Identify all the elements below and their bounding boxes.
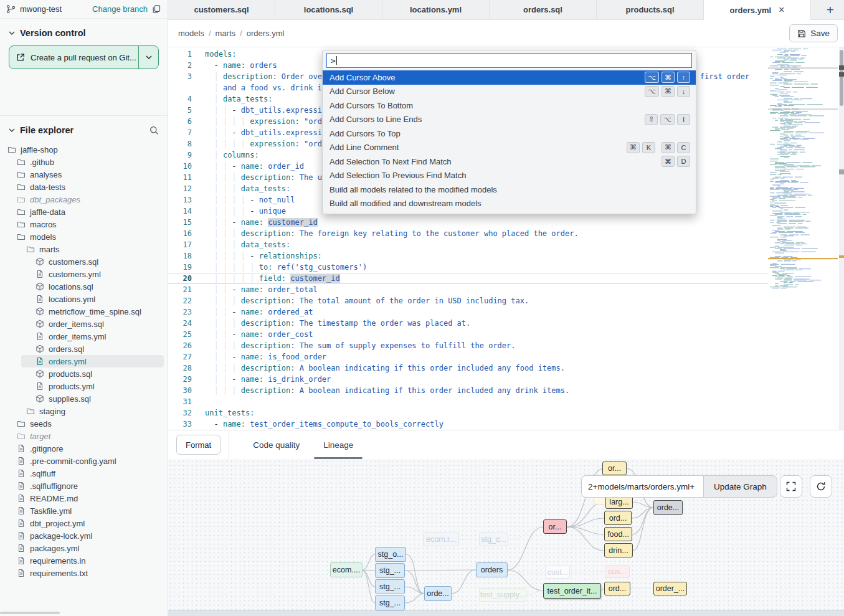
tree-item-products.sql[interactable]: products.sql: [4, 367, 164, 380]
code-line[interactable]: 26 │ │ │ description: The sum of supply …: [168, 340, 768, 351]
tree-item-order-items.yml[interactable]: order_items.yml: [4, 330, 164, 343]
lineage-node-ecomr[interactable]: ecom.r...: [423, 533, 459, 546]
tree-item-data-tests[interactable]: data-tests: [4, 181, 164, 193]
tree-item-models[interactable]: models: [4, 230, 164, 243]
fullscreen-button[interactable]: [780, 475, 802, 498]
command-item[interactable]: Add Cursors To Bottom: [323, 98, 696, 113]
tree-item-dbt-packages[interactable]: dbt_packages: [4, 193, 164, 206]
lineage-node-ord[interactable]: ord...: [604, 511, 632, 525]
tab-orders.yml[interactable]: orders.yml×: [704, 0, 811, 20]
tree-item-jaffle-shop[interactable]: jaffle-shop: [4, 143, 164, 156]
tree-item-Taskfile.yml[interactable]: Taskfile.yml: [4, 505, 164, 517]
version-control-header[interactable]: Version control: [0, 19, 168, 44]
tab-customers.sql[interactable]: customers.sql: [168, 0, 275, 19]
code-line-current[interactable]: 20 │ │ │ │ │ field: customer_id: [168, 273, 768, 284]
tree-item-macros[interactable]: macros: [4, 218, 164, 230]
tree-item-.gitignore[interactable]: .gitignore: [4, 442, 164, 455]
lineage-node-stg_o[interactable]: stg_o...: [375, 547, 406, 562]
file-explorer-header[interactable]: File explorer: [0, 116, 168, 141]
lineage-node-or[interactable]: or...: [543, 519, 567, 534]
lineage-node-stg_c[interactable]: stg_c...: [479, 533, 508, 546]
code-line[interactable]: 27 │ │ - name: is_food_order: [168, 351, 768, 362]
lineage-node-orde[interactable]: orde...: [653, 500, 683, 515]
code-line[interactable]: 25 │ │ - name: order_cost: [168, 329, 768, 340]
lineage-node-stg_[interactable]: stg_...: [375, 595, 405, 610]
command-item[interactable]: Add Cursors to Line Ends⇧⌥I: [323, 113, 696, 127]
bottom-tab-code-quality[interactable]: Code quality: [253, 430, 300, 459]
breadcrumb-part[interactable]: orders.yml: [247, 29, 285, 38]
lineage-node-drin[interactable]: drin...: [604, 543, 633, 557]
format-button[interactable]: Format: [176, 435, 220, 455]
code-line[interactable]: 31: [168, 396, 768, 407]
lineage-node-stg_[interactable]: stg_...: [375, 579, 405, 594]
code-line[interactable]: 16 │ │ │ description: The foreign key re…: [168, 228, 768, 239]
tree-item-products.yml[interactable]: products.yml: [4, 380, 164, 392]
code-line[interactable]: 18 │ │ │ │ - relationships:: [168, 250, 768, 262]
tree-item-customers.yml[interactable]: customers.yml: [4, 268, 164, 280]
sidebar-hscrollbar[interactable]: [0, 612, 60, 614]
tree-item-supplies.sql[interactable]: supplies.sql: [4, 392, 164, 405]
update-graph-button[interactable]: Update Graph: [703, 475, 777, 498]
tab-locations.sql[interactable]: locations.sql: [275, 0, 382, 19]
tree-item-README.md[interactable]: README.md: [4, 492, 164, 505]
lineage-node-ecom[interactable]: ecom....: [330, 562, 363, 577]
close-icon[interactable]: ×: [779, 5, 784, 15]
code-line[interactable]: 30 │ │ │ description: A boolean indicati…: [168, 385, 768, 396]
tree-item-locations.yml[interactable]: locations.yml: [4, 293, 164, 305]
tree-item-order-items.sql[interactable]: order_items.sql: [4, 318, 164, 330]
tree-item-.sqlfluffignore[interactable]: .sqlfluffignore: [4, 480, 164, 492]
minimap[interactable]: [768, 49, 838, 298]
code-line[interactable]: 23 │ │ - name: ordered_at: [168, 306, 768, 318]
lineage-node-orders[interactable]: orders: [476, 562, 508, 577]
tree-item-customers.sql[interactable]: customers.sql: [4, 255, 164, 268]
breadcrumb-part[interactable]: marts: [216, 29, 236, 38]
tree-item-.sqlfluff[interactable]: .sqlfluff: [4, 467, 164, 480]
code-line[interactable]: 29 │ │ - name: is_drink_order: [168, 374, 768, 385]
copy-icon[interactable]: [152, 4, 161, 14]
command-item[interactable]: Add Cursor Above⌥⌘↑: [323, 70, 696, 85]
lineage-node-cust[interactable]: cust...: [546, 566, 570, 579]
tree-item-dbt-project.yml[interactable]: dbt_project.yml: [4, 517, 164, 529]
tree-item-marts[interactable]: marts: [4, 243, 164, 255]
command-item[interactable]: Add Cursor Below⌥⌘↓: [323, 85, 696, 99]
code-line[interactable]: 19 │ │ │ │ │ to: ref('stg_customers'): [168, 262, 768, 273]
command-item[interactable]: Add Selection To Previous Find Match: [323, 169, 696, 183]
tree-item-packages.yml[interactable]: packages.yml: [4, 542, 164, 554]
code-line[interactable]: 24 │ │ │ description: The timestamp the …: [168, 318, 768, 329]
tree-item-requirements.in[interactable]: requirements.in: [4, 554, 164, 567]
command-item[interactable]: Add Selection To Next Find Match⌘D: [323, 154, 696, 169]
tree-item-.github[interactable]: .github: [4, 156, 164, 168]
tree-item-orders.yml[interactable]: orders.yml: [21, 355, 164, 367]
command-item[interactable]: Build all modified and downstream models: [323, 197, 696, 211]
change-branch-link[interactable]: Change branch: [92, 4, 148, 14]
editor-scrollbar[interactable]: [839, 47, 844, 430]
command-item[interactable]: Add Cursors To Top: [323, 126, 696, 141]
lineage-node-order_[interactable]: order_...: [653, 582, 687, 595]
tree-item-orders.sql[interactable]: orders.sql: [4, 343, 164, 355]
tree-item-package-lock.yml[interactable]: package-lock.yml: [4, 529, 164, 542]
new-tab-button[interactable]: +: [817, 0, 844, 19]
code-line[interactable]: 17 │ │ │ data_tests:: [168, 239, 768, 250]
tab-locations.yml[interactable]: locations.yml: [382, 0, 490, 19]
refresh-button[interactable]: [810, 475, 832, 498]
command-item[interactable]: Add Line Comment⌘K⌘C: [323, 141, 696, 155]
code-line[interactable]: 22 │ │ │ description: The total amount o…: [168, 295, 768, 306]
tree-item-staging[interactable]: staging: [4, 405, 164, 417]
code-line[interactable]: 33 - name: test_order_items_compute_to_b…: [168, 419, 768, 430]
lineage-node-test_supply[interactable]: test_supply...: [479, 588, 526, 602]
lineage-selector-input[interactable]: [581, 475, 703, 498]
tree-item-metricflow-time-spine.sql[interactable]: metricflow_time_spine.sql: [4, 305, 164, 318]
command-item[interactable]: Build all models related to the modified…: [323, 182, 696, 197]
bottom-tab-lineage[interactable]: Lineage: [323, 430, 353, 459]
code-line[interactable]: 21 │ │ - name: order_total: [168, 284, 768, 295]
tree-item-jaffle-data[interactable]: jaffle-data: [4, 206, 164, 218]
tab-orders.sql[interactable]: orders.sql: [490, 0, 597, 19]
lineage-node-food[interactable]: food...: [604, 527, 632, 541]
lineage-node-cus[interactable]: cus...: [605, 565, 630, 578]
lineage-node-or[interactable]: or...: [602, 462, 627, 475]
lineage-node-orde[interactable]: orde...: [424, 586, 452, 601]
search-icon[interactable]: [149, 126, 159, 135]
lineage-node-test_order_it[interactable]: test_order_it...: [543, 583, 601, 599]
breadcrumb-part[interactable]: models: [178, 29, 204, 38]
create-pr-button[interactable]: Create a pull request on Git...: [9, 45, 159, 69]
